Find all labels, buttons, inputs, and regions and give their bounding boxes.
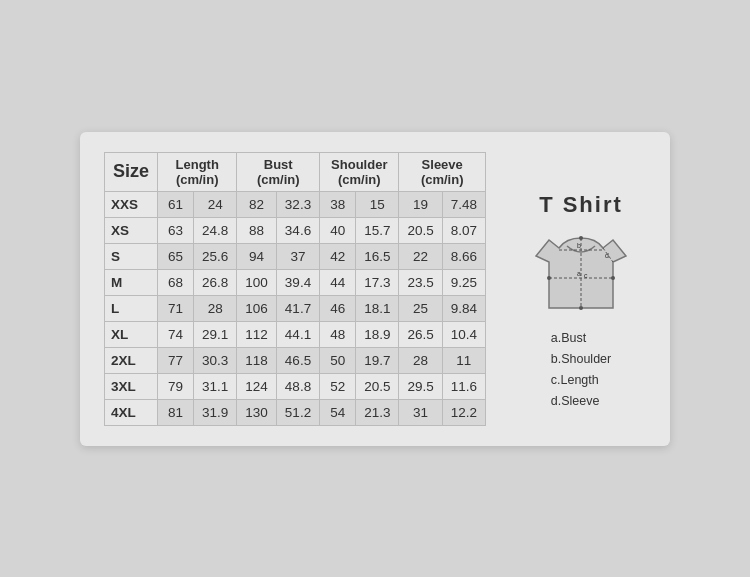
table-row: XXS61248232.33815197.48 — [105, 191, 486, 217]
right-panel: T Shirt a b c d — [516, 152, 646, 413]
table-row: L712810641.74618.1259.84 — [105, 295, 486, 321]
col-header-size: Size — [105, 152, 158, 191]
size-chart-section: Size Length(cm/in) Bust(cm/in) Shoulder(… — [104, 152, 486, 426]
col-header-shoulder: Shoulder(cm/in) — [320, 152, 399, 191]
table-row: 4XL8131.913051.25421.33112.2 — [105, 399, 486, 425]
legend-section: a.Bust b.Shoulder c.Length d.Sleeve — [551, 328, 611, 413]
col-header-length: Length(cm/in) — [158, 152, 237, 191]
table-row: XL7429.111244.14818.926.510.4 — [105, 321, 486, 347]
svg-point-1 — [547, 276, 551, 280]
table-row: M6826.810039.44417.323.59.25 — [105, 269, 486, 295]
size-chart-table: Size Length(cm/in) Bust(cm/in) Shoulder(… — [104, 152, 486, 426]
table-row: 3XL7931.112448.85220.529.511.6 — [105, 373, 486, 399]
table-row: 2XL7730.311846.55019.72811 — [105, 347, 486, 373]
svg-text:a: a — [577, 270, 581, 277]
product-title: T Shirt — [539, 192, 623, 218]
col-header-bust: Bust(cm/in) — [237, 152, 320, 191]
legend-sleeve: d.Sleeve — [551, 391, 611, 412]
shirt-diagram: a b c d — [531, 228, 631, 318]
svg-text:d: d — [605, 252, 609, 259]
legend-bust: a.Bust — [551, 328, 611, 349]
table-row: S6525.694374216.5228.66 — [105, 243, 486, 269]
svg-text:b: b — [577, 242, 581, 249]
svg-point-8 — [579, 306, 583, 310]
svg-point-7 — [579, 236, 583, 240]
main-container: Size Length(cm/in) Bust(cm/in) Shoulder(… — [80, 132, 670, 446]
legend-shoulder: b.Shoulder — [551, 349, 611, 370]
col-header-sleeve: Sleeve(cm/in) — [399, 152, 486, 191]
legend-length: c.Length — [551, 370, 611, 391]
table-row: XS6324.88834.64015.720.58.07 — [105, 217, 486, 243]
svg-text:c: c — [584, 272, 588, 279]
svg-point-2 — [611, 276, 615, 280]
